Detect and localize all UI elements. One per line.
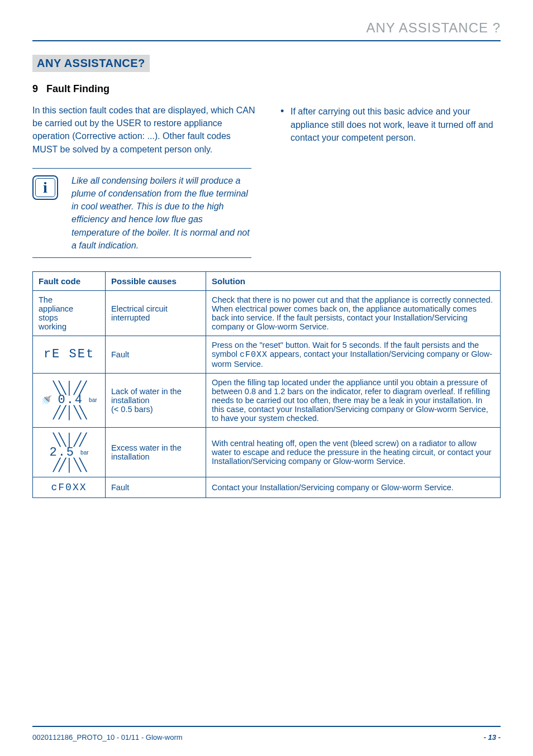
footer-left: 0020112186_PROTO_10 - 01/11 - Glow-worm (32, 733, 183, 741)
cause-cell: Fault (106, 477, 206, 498)
solution-cell: Press on the "reset" button. Wait for 5 … (206, 336, 501, 373)
page-footer: 0020112186_PROTO_10 - 01/11 - Glow-worm … (32, 733, 501, 741)
fault-cell: cF0XX (33, 477, 106, 498)
two-column-layout: In this section fault codes that are dis… (32, 104, 501, 156)
solution-cell: Contact your Installation/Servicing comp… (206, 477, 501, 498)
unit-bar: bar (89, 397, 97, 403)
bullet-item: If after carrying out this basic advice … (291, 104, 501, 144)
segment-display: rE SEt (44, 347, 94, 361)
table-row: ╲╲ │ ╱╱ 2.5 bar ╱╱ │ ╲╲ Excess water in … (33, 427, 501, 477)
header-solution: Solution (206, 271, 501, 290)
subheading: 9 Fault Finding (32, 83, 501, 95)
info-icon: i (32, 175, 58, 200)
info-text: Like all condensing boilers it will prod… (72, 174, 251, 252)
rays-top-icon: ╲╲ │ ╱╱ (53, 382, 85, 394)
solution-cell: Check that there is no power cut and tha… (206, 290, 501, 336)
footer-divider (32, 726, 501, 727)
subheading-number: 9 (32, 83, 38, 94)
segment-display: cF0XX (51, 482, 87, 493)
bullet-list: If after carrying out this basic advice … (277, 104, 501, 144)
table-row: cF0XX Fault Contact your Installation/Se… (33, 477, 501, 498)
fault-text-line: working (39, 322, 66, 331)
table-header-row: Fault code Possible causes Solution (33, 271, 501, 290)
fault-cell: The appliance stops working (33, 290, 106, 336)
rays-top-icon: ╲╲ │ ╱╱ (53, 434, 85, 446)
header-divider (32, 40, 501, 41)
rays-bottom-icon: ╱╱ │ ╲╲ (53, 407, 85, 418)
intro-paragraph: In this section fault codes that are dis… (32, 104, 256, 156)
left-column: In this section fault codes that are dis… (32, 104, 256, 156)
fault-cell: ╲╲ │ ╱╱ 🚿 0.4 bar ╱╱ │ ╲╲ (33, 373, 106, 427)
tap-icon: 🚿 (41, 395, 52, 405)
fault-cell: ╲╲ │ ╱╱ 2.5 bar ╱╱ │ ╲╲ (33, 427, 106, 477)
subheading-text: Fault Finding (46, 83, 110, 94)
table-row: The appliance stops working Electrical c… (33, 290, 501, 336)
section-heading: ANY ASSISTANCE? (32, 55, 150, 72)
cause-cell: Excess water in the installation (106, 427, 206, 477)
cause-cell: Electrical circuit interrupted (106, 290, 206, 336)
header-fault: Fault code (33, 271, 106, 290)
lcd-flashing-icon: ╲╲ │ ╱╱ 🚿 0.4 bar ╱╱ │ ╲╲ (39, 380, 99, 421)
cause-cell: Lack of water in the installation (< 0.5… (106, 373, 206, 427)
unit-bar: bar (80, 449, 88, 456)
fault-text-line: appliance (39, 304, 73, 313)
footer-page-number: - 13 - (484, 733, 501, 741)
cause-cell: Fault (106, 336, 206, 373)
info-callout: i Like all condensing boilers it will pr… (32, 168, 251, 258)
page-header-title: ANY ASSISTANCE ? (32, 20, 501, 36)
right-column: If after carrying out this basic advice … (277, 104, 501, 156)
fault-cell: rE SEt (33, 336, 106, 373)
solution-cell: Open the filling tap located under the a… (206, 373, 501, 427)
fault-text-line: The (39, 295, 53, 304)
fault-table: Fault code Possible causes Solution The … (32, 271, 501, 499)
rays-bottom-icon: ╱╱ │ ╲╲ (53, 460, 85, 471)
solution-cell: With central heating off, open the vent … (206, 427, 501, 477)
inline-segment-symbol: cF0XX (240, 350, 268, 360)
header-cause: Possible causes (106, 271, 206, 290)
lcd-value-row: 2.5 bar (49, 446, 88, 460)
table-row: rE SEt Fault Press on the "reset" button… (33, 336, 501, 373)
segment-display: 2.5 (49, 446, 75, 460)
lcd-flashing-icon: ╲╲ │ ╱╱ 2.5 bar ╱╱ │ ╲╲ (39, 432, 99, 473)
table-row: ╲╲ │ ╱╱ 🚿 0.4 bar ╱╱ │ ╲╲ Lack of water … (33, 373, 501, 427)
fault-text-line: stops (39, 313, 58, 322)
